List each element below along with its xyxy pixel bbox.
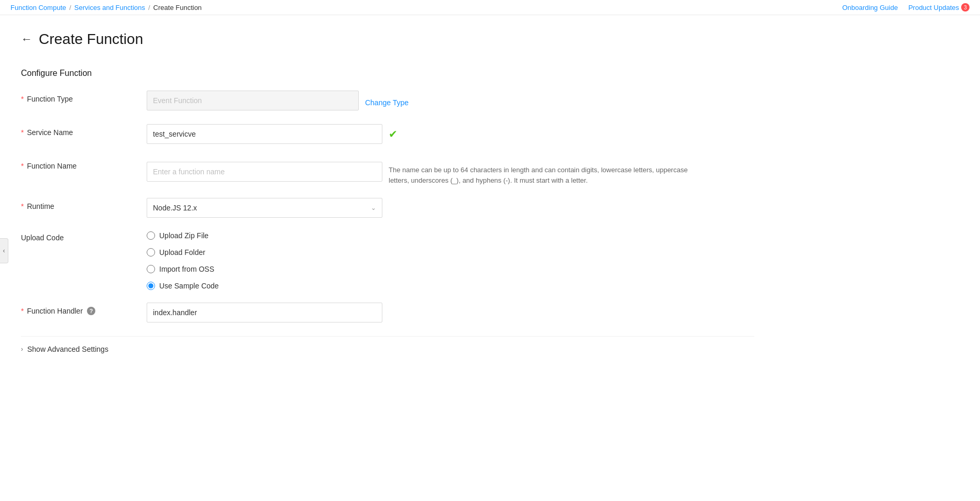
service-name-required: * (21, 128, 24, 137)
breadcrumb-separator-1: / (69, 4, 71, 12)
sidebar-toggle[interactable]: ‹ (0, 238, 8, 263)
breadcrumb-separator-2: / (148, 4, 150, 12)
radio-sample-label: Use Sample Code (159, 282, 219, 290)
radio-folder-input[interactable] (147, 248, 155, 257)
service-name-field: ✔ (147, 124, 409, 144)
page-title: Create Function (39, 31, 143, 48)
upload-code-options: Upload Zip File Upload Folder Import fro… (147, 231, 219, 290)
service-name-input[interactable] (147, 124, 382, 144)
service-name-valid-icon: ✔ (389, 124, 398, 144)
function-handler-help-icon[interactable]: ? (87, 307, 95, 315)
onboarding-guide-link[interactable]: Onboarding Guide (842, 4, 898, 12)
radio-oss-label: Import from OSS (159, 265, 214, 273)
radio-sample-input[interactable] (147, 282, 155, 290)
function-handler-input[interactable] (147, 303, 382, 322)
radio-oss-input[interactable] (147, 265, 155, 273)
chevron-left-icon: ‹ (3, 247, 5, 254)
runtime-row: * Runtime Node.JS 12.x Node.JS 10.x Pyth… (21, 198, 754, 219)
runtime-field: Node.JS 12.x Node.JS 10.x Python 3 Pytho… (147, 198, 409, 218)
radio-upload-folder[interactable]: Upload Folder (147, 248, 219, 257)
function-name-field-container: The name can be up to 64 characters in l… (147, 158, 754, 185)
function-name-required: * (21, 162, 24, 170)
runtime-label: * Runtime (21, 198, 147, 210)
show-advanced-label: Show Advanced Settings (27, 345, 108, 353)
function-handler-field (147, 303, 409, 322)
top-links: Onboarding Guide Product Updates 3 (842, 3, 970, 12)
function-name-field: The name can be up to 64 characters in l… (147, 158, 754, 185)
radio-upload-zip[interactable]: Upload Zip File (147, 231, 219, 240)
function-type-required: * (21, 95, 24, 103)
show-advanced-button[interactable]: › Show Advanced Settings (21, 345, 108, 353)
function-name-label: * Function Name (21, 158, 147, 170)
breadcrumb-services-functions[interactable]: Services and Functions (74, 4, 145, 12)
top-bar: Function Compute / Services and Function… (0, 0, 980, 15)
main-content: ← Create Function Configure Function * F… (0, 15, 838, 377)
notification-badge: 3 (961, 3, 970, 12)
service-name-row: * Service Name ✔ (21, 124, 754, 145)
service-name-label: * Service Name (21, 124, 147, 137)
function-handler-required: * (21, 307, 24, 315)
upload-code-label: Upload Code (21, 231, 147, 242)
radio-folder-label: Upload Folder (159, 248, 205, 257)
radio-zip-label: Upload Zip File (159, 231, 208, 240)
function-name-input[interactable] (147, 162, 382, 182)
runtime-select-wrapper: Node.JS 12.x Node.JS 10.x Python 3 Pytho… (147, 198, 382, 218)
function-name-row: * Function Name The name can be up to 64… (21, 158, 754, 185)
back-button[interactable]: ← (21, 32, 32, 46)
change-type-link[interactable]: Change Type (365, 94, 409, 107)
radio-use-sample[interactable]: Use Sample Code (147, 282, 219, 290)
radio-zip-input[interactable] (147, 231, 155, 240)
function-handler-row: * Function Handler ? (21, 303, 754, 324)
onboarding-guide-label: Onboarding Guide (842, 4, 898, 12)
function-handler-label: * Function Handler ? (21, 303, 147, 315)
radio-import-oss[interactable]: Import from OSS (147, 265, 219, 273)
product-updates-link[interactable]: Product Updates 3 (908, 3, 970, 12)
breadcrumb-current: Create Function (153, 4, 202, 12)
function-type-row: * Function Type Change Type (21, 91, 754, 112)
section-title: Configure Function (21, 69, 754, 78)
function-type-input (147, 91, 359, 110)
breadcrumb-function-compute[interactable]: Function Compute (10, 4, 66, 12)
form-container: Configure Function * Function Type Chang… (21, 69, 754, 362)
runtime-select[interactable]: Node.JS 12.x Node.JS 10.x Python 3 Pytho… (147, 198, 382, 218)
advanced-chevron-icon: › (21, 346, 23, 353)
page-title-row: ← Create Function (21, 31, 817, 48)
function-type-field: Change Type (147, 91, 409, 110)
function-name-hint: The name can be up to 64 characters in l… (389, 161, 703, 185)
product-updates-label: Product Updates (908, 4, 959, 12)
function-type-label: * Function Type (21, 91, 147, 103)
show-advanced-section: › Show Advanced Settings (21, 336, 754, 362)
breadcrumb: Function Compute / Services and Function… (10, 4, 202, 12)
upload-code-section: Upload Code Upload Zip File Upload Folde… (21, 231, 754, 290)
runtime-required: * (21, 202, 24, 210)
